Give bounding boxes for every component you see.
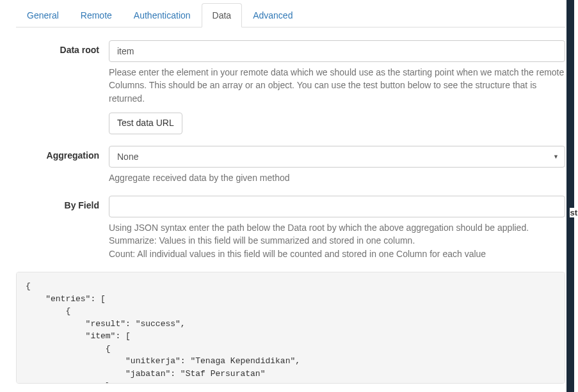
form-area: Data root Please enter the element in yo… xyxy=(16,27,565,384)
by-field-label: By Field xyxy=(16,196,109,260)
test-data-url-button[interactable]: Test data URL xyxy=(109,113,182,134)
by-field-input[interactable] xyxy=(109,196,565,217)
background-text-fragment: st xyxy=(570,208,577,217)
background-panel-edge xyxy=(566,0,578,392)
by-field-row: By Field Using JSON syntax enter the pat… xyxy=(16,196,565,260)
aggregation-help: Aggregate received data by the given met… xyxy=(109,171,565,184)
tab-authentication[interactable]: Authentication xyxy=(123,3,202,27)
code-preview[interactable]: { "entries": [ { "result": "success", "i… xyxy=(16,272,565,384)
tab-advanced[interactable]: Advanced xyxy=(242,3,303,27)
aggregation-select[interactable]: None xyxy=(109,146,565,168)
tab-general[interactable]: General xyxy=(16,3,70,27)
data-root-label: Data root xyxy=(16,40,109,134)
aggregation-label: Aggregation xyxy=(16,146,109,184)
tab-data[interactable]: Data xyxy=(202,3,243,27)
tab-remote[interactable]: Remote xyxy=(70,3,123,27)
data-root-help: Please enter the element in your remote … xyxy=(109,66,565,105)
by-field-help: Using JSON syntax enter the path below t… xyxy=(109,221,565,260)
data-root-input[interactable] xyxy=(109,40,565,62)
data-root-row: Data root Please enter the element in yo… xyxy=(16,40,565,134)
aggregation-row: Aggregation None Aggregate received data… xyxy=(16,146,565,184)
tabs-container: General Remote Authentication Data Advan… xyxy=(16,3,565,27)
